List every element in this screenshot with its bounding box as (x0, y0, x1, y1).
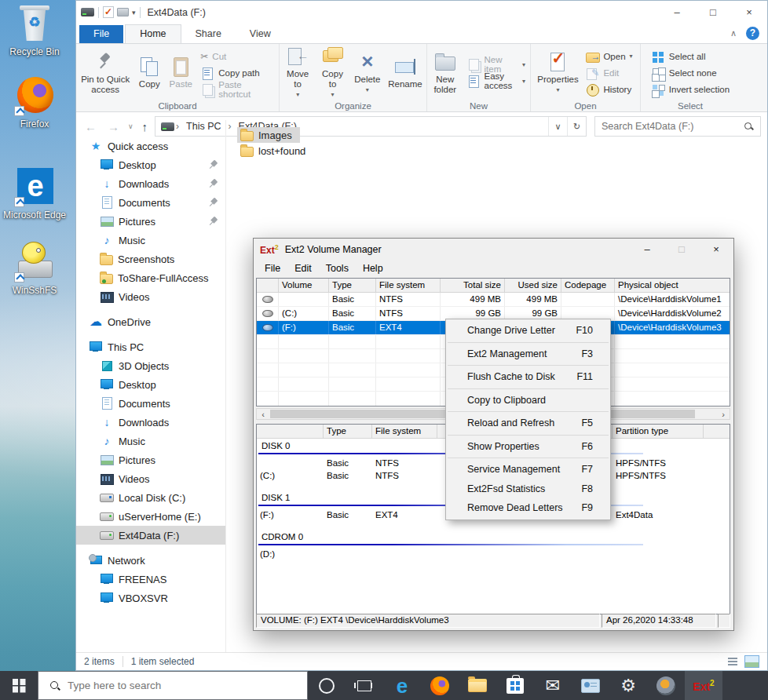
close-button[interactable]: × (699, 239, 733, 260)
menu-item-remove-dead-letters[interactable]: Remove Dead LettersF9 (446, 498, 610, 518)
desktop-icon-winsshfs[interactable]: WinSshFS (2, 242, 68, 296)
sidebar-item-music[interactable]: ♪Music (76, 231, 225, 250)
sidebar-item-screenshots[interactable]: Screenshots (76, 250, 225, 268)
sidebar-item-freenas[interactable]: FREENAS (76, 570, 225, 589)
cut-button[interactable]: ✂ Cut (197, 48, 277, 64)
file-item-lost-found[interactable]: lost+found (237, 143, 313, 159)
column-header-type[interactable]: Type (324, 425, 372, 438)
column-header-type[interactable]: Type (329, 279, 376, 292)
file-item-images[interactable]: Images (237, 127, 300, 143)
delete-button[interactable]: × Delete ▾ (351, 49, 384, 97)
taskbar-ext2-button[interactable]: Ext2 (685, 671, 722, 700)
sidebar-item-videos[interactable]: Videos (76, 287, 225, 306)
copy-to-button[interactable]: Copy to ▾ (316, 43, 349, 102)
sidebar-item-userverhome-e[interactable]: uServerHome (E:) (76, 507, 225, 526)
select-none-button[interactable]: Select none (648, 64, 733, 81)
qat-new-folder-button[interactable] (117, 8, 129, 16)
menu-item-show-properties[interactable]: Show PropertiesF6 (446, 437, 610, 457)
copy-path-button[interactable]: Copy path (197, 64, 277, 81)
menu-item-service-management[interactable]: Service ManagementF7 (446, 460, 610, 479)
sidebar-item-network[interactable]: Network (76, 551, 225, 570)
taskbar-search-input[interactable] (68, 680, 307, 691)
sidebar-item-onedrive[interactable]: ☁OneDrive (76, 312, 225, 331)
qat-customize-chevron-icon[interactable]: ▾ (132, 9, 136, 16)
sidebar-item-downloads[interactable]: ↓Downloads (76, 174, 225, 193)
sidebar-item-vboxsvr[interactable]: VBOXSVR (76, 589, 225, 607)
copy-button[interactable]: Copy (134, 53, 164, 92)
pin-to-quick-access-button[interactable]: Pin to Quick access (78, 49, 133, 97)
taskbar-firefox-button[interactable] (421, 671, 459, 700)
partition-row[interactable]: (D:) (257, 548, 730, 560)
edit-button[interactable]: ✎ Edit (582, 64, 635, 81)
properties-button[interactable]: Properties ▾ (535, 49, 580, 97)
cortana-button[interactable] (308, 671, 346, 700)
history-button[interactable]: History (582, 81, 635, 97)
paste-button[interactable]: Paste (166, 53, 196, 92)
menu-item-copy-to-clipboard[interactable]: Copy to Clipboard (446, 391, 610, 410)
menu-help[interactable]: Help (357, 261, 389, 275)
taskbar-settings-button[interactable]: ⚙ (609, 671, 647, 700)
sidebar-item-pictures-pc[interactable]: Pictures (76, 450, 225, 469)
sidebar-item-videos-pc[interactable]: Videos (76, 469, 225, 488)
start-button[interactable] (0, 671, 38, 700)
help-icon[interactable]: ? (746, 27, 759, 40)
column-header-total-size[interactable]: Total size (441, 279, 505, 292)
collapse-ribbon-icon[interactable]: ∧ (730, 28, 737, 38)
taskbar-search[interactable] (38, 671, 308, 700)
minimize-button[interactable]: – (630, 239, 664, 260)
maximize-button[interactable]: □ (695, 1, 731, 24)
desktop-icon-microsoft-edge[interactable]: e Microsoft Edge (2, 166, 68, 221)
sidebar-item-music-pc[interactable]: ♪Music (76, 432, 225, 450)
taskbar-store-button[interactable] (496, 671, 534, 700)
sidebar-item-desktop[interactable]: Desktop (76, 155, 225, 174)
sidebar-item-documents[interactable]: Documents (76, 193, 225, 212)
menu-item-change-drive-letter[interactable]: Change Drive LetterF10 (446, 321, 610, 341)
minimize-button[interactable]: – (659, 1, 695, 24)
sidebar-item-pictures[interactable]: Pictures (76, 212, 225, 231)
desktop-icon-firefox[interactable]: Firefox (2, 75, 68, 129)
move-to-button[interactable]: Move to ▾ (281, 43, 314, 102)
sidebar-item-quick-access[interactable]: ★Quick access (76, 137, 225, 155)
taskbar-file-explorer-button[interactable] (459, 671, 496, 700)
menu-item-reload-and-refresh[interactable]: Reload and RefreshF5 (446, 414, 610, 433)
tab-share[interactable]: Share (181, 25, 236, 43)
taskbar-mail-button[interactable]: ✉ (534, 671, 572, 700)
qat-properties-button[interactable]: ✓ (103, 6, 114, 18)
select-all-button[interactable]: Select all (648, 48, 733, 64)
easy-access-button[interactable]: Easy access ▾ (463, 73, 528, 89)
sidebar-item-3d-objects[interactable]: 3D Objects (76, 356, 225, 375)
maximize-button[interactable]: □ (664, 239, 699, 260)
scroll-left-icon[interactable]: ‹ (257, 410, 269, 419)
column-header-file-system[interactable]: File system (372, 425, 437, 438)
open-button[interactable]: Open ▾ (582, 48, 635, 64)
thumbnails-view-icon[interactable] (744, 655, 759, 668)
menu-edit[interactable]: Edit (288, 261, 318, 275)
invert-selection-button[interactable]: Invert selection (648, 81, 733, 97)
details-view-icon[interactable] (726, 655, 740, 667)
menu-item-flush-cache-to-disk[interactable]: Flush Cache to DiskF11 (446, 367, 610, 387)
new-folder-button[interactable]: New folder (429, 49, 462, 97)
menu-item-ext2fsd-statistics[interactable]: Ext2Fsd StatisticsF8 (446, 479, 610, 499)
tab-file[interactable]: File (79, 25, 123, 43)
column-header-file-system[interactable]: File system (376, 279, 441, 292)
tab-view[interactable]: View (236, 25, 285, 43)
resize-grip[interactable] (718, 614, 730, 628)
column-header-used-size[interactable]: Used size (505, 279, 561, 292)
sidebar-item-local-disk-c[interactable]: Local Disk (C:) (76, 488, 225, 507)
column-header-volume[interactable]: Volume (279, 279, 329, 292)
sidebar-item-ext4data-f[interactable]: Ext4Data (F:) (76, 526, 225, 545)
menu-tools[interactable]: Tools (320, 261, 355, 275)
sidebar-item-this-pc[interactable]: This PC (76, 337, 225, 356)
taskbar-round-app-button[interactable] (647, 671, 685, 700)
sidebar-item-downloads-pc[interactable]: ↓Downloads (76, 413, 225, 432)
taskbar-edge-button[interactable]: e (383, 671, 421, 700)
desktop-icon-recycle-bin[interactable]: ♻ Recycle Bin (2, 3, 68, 57)
rename-button[interactable]: Rename (386, 53, 425, 92)
tab-home[interactable]: Home (125, 24, 181, 43)
taskbar-contact-button[interactable] (572, 671, 609, 700)
menu-file[interactable]: File (258, 261, 287, 275)
column-header-partition-type[interactable]: Partition type (613, 425, 704, 438)
column-header-physical-object[interactable]: Physical object (615, 279, 730, 292)
paste-shortcut-button[interactable]: Paste shortcut (197, 81, 277, 97)
close-button[interactable]: × (731, 1, 767, 24)
